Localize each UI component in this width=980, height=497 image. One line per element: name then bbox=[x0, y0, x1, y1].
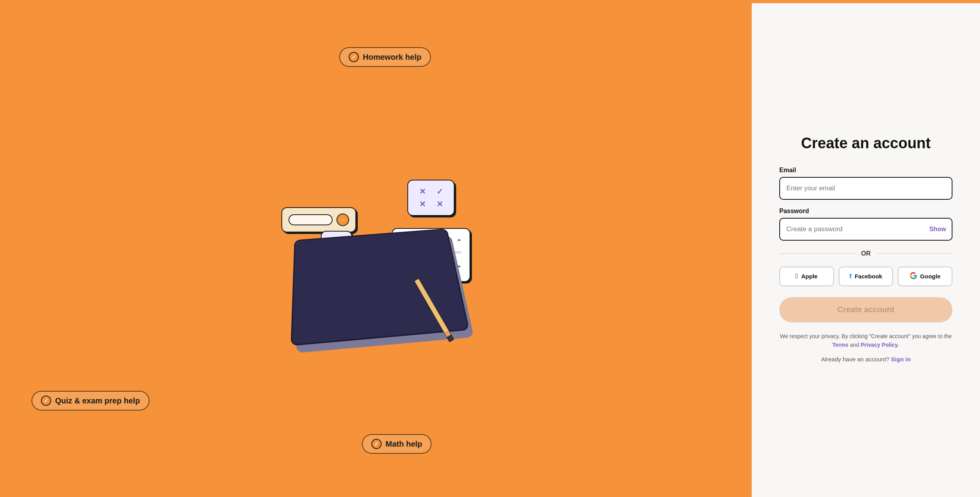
quiz-grid: ✕ ✓ ✕ ✕ bbox=[415, 187, 447, 209]
math-badge: ✓ Math help bbox=[362, 434, 432, 454]
password-label: Password bbox=[779, 208, 952, 215]
homework-badge: ✓ Homework help bbox=[339, 47, 431, 67]
facebook-label: Facebook bbox=[855, 273, 882, 280]
search-input-mock bbox=[288, 214, 333, 225]
social-buttons:  Apple f Facebook Google bbox=[779, 267, 952, 286]
check-icon-math: ✓ bbox=[372, 439, 382, 449]
illustration: ✕ ✓ ✕ ✕ → ⚡ Step 1 ⌃ Step 2 bbox=[258, 156, 494, 353]
quiz-x2: ✓ bbox=[433, 187, 447, 196]
quiz-x1: ✕ bbox=[415, 187, 429, 196]
signin-text: Already have an account? Sign in bbox=[779, 356, 952, 363]
search-card: → bbox=[281, 207, 356, 232]
quiz-x4: ✕ bbox=[433, 199, 447, 209]
or-divider: OR bbox=[779, 250, 952, 257]
email-input[interactable] bbox=[779, 177, 952, 200]
right-panel: Create an account Email Password Show OR… bbox=[752, 0, 980, 497]
or-line-right bbox=[877, 253, 952, 254]
quiz-badge: ✓ Quiz & exam prep help bbox=[31, 391, 150, 410]
facebook-icon: f bbox=[849, 273, 851, 280]
arrow-icon: → bbox=[340, 217, 346, 223]
page-title: Create an account bbox=[779, 134, 952, 153]
quiz-x3: ✕ bbox=[415, 199, 429, 209]
left-panel: ✓ Homework help ✕ ✓ ✕ ✕ → ⚡ bbox=[0, 0, 752, 497]
check-icon-quiz: ✓ bbox=[41, 396, 51, 406]
terms-link[interactable]: Terms bbox=[832, 342, 849, 348]
google-icon bbox=[910, 272, 917, 281]
apple-icon:  bbox=[795, 272, 798, 280]
or-line-left bbox=[779, 253, 855, 254]
check-icon: ✓ bbox=[349, 52, 359, 62]
password-input[interactable] bbox=[779, 218, 952, 241]
apple-label: Apple bbox=[801, 273, 818, 280]
google-button[interactable]: Google bbox=[898, 267, 952, 286]
google-label: Google bbox=[920, 273, 941, 280]
math-label: Math help bbox=[386, 440, 422, 449]
search-btn: → bbox=[337, 214, 349, 226]
quiz-label: Quiz & exam prep help bbox=[55, 396, 140, 405]
privacy-text: We respect your privacy. By clicking "Cr… bbox=[779, 332, 952, 350]
or-text: OR bbox=[861, 250, 871, 257]
email-label: Email bbox=[779, 167, 952, 174]
create-account-button[interactable]: Create account bbox=[779, 297, 952, 322]
homework-label: Homework help bbox=[363, 53, 422, 62]
form-container: Create an account Email Password Show OR… bbox=[779, 134, 952, 362]
privacy-policy-link[interactable]: Privacy Policy bbox=[861, 342, 898, 348]
show-password-button[interactable]: Show bbox=[929, 226, 946, 233]
apple-button[interactable]:  Apple bbox=[779, 267, 834, 286]
password-wrapper: Show bbox=[779, 218, 952, 241]
quiz-card: ✕ ✓ ✕ ✕ bbox=[407, 180, 455, 216]
signin-link[interactable]: Sign in bbox=[891, 356, 911, 363]
top-bar bbox=[0, 0, 980, 3]
facebook-button[interactable]: f Facebook bbox=[839, 267, 893, 286]
